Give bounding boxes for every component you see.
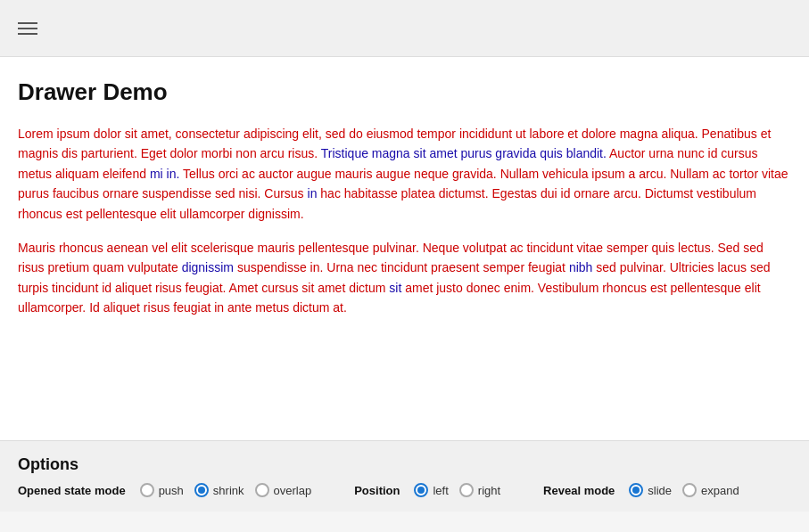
main-content: Drawer Demo Lorem ipsum dolor sit amet, …: [0, 57, 809, 440]
header-bar: [0, 0, 809, 57]
options-title: Options: [18, 455, 791, 474]
opened-state-mode-label: Opened state mode: [18, 484, 126, 497]
radio-push[interactable]: push: [140, 483, 184, 497]
radio-slide-input[interactable]: [629, 483, 643, 497]
hamburger-bar-3: [18, 33, 37, 35]
radio-expand[interactable]: expand: [682, 483, 739, 497]
reveal-mode-group: Reveal mode slide expand: [543, 483, 739, 497]
hamburger-bar-1: [18, 22, 37, 24]
radio-left-input[interactable]: [414, 483, 428, 497]
reveal-mode-label: Reveal mode: [543, 484, 615, 497]
hamburger-button[interactable]: [14, 19, 41, 38]
options-row: Opened state mode push shrink overlap Po…: [18, 483, 791, 497]
radio-overlap-label: overlap: [274, 484, 312, 497]
opened-state-mode-group: Opened state mode push shrink overlap: [18, 483, 311, 497]
radio-right-label: right: [478, 484, 500, 497]
radio-right[interactable]: right: [459, 483, 500, 497]
radio-left-label: left: [433, 484, 448, 497]
paragraph-1: Lorem ipsum dolor sit amet, consectetur …: [18, 124, 791, 224]
position-group: Position left right: [354, 483, 500, 497]
page-title: Drawer Demo: [18, 78, 791, 106]
radio-slide-label: slide: [648, 484, 672, 497]
radio-slide[interactable]: slide: [629, 483, 672, 497]
radio-expand-label: expand: [701, 484, 739, 497]
hamburger-bar-2: [18, 28, 37, 29]
radio-shrink[interactable]: shrink: [194, 483, 244, 497]
radio-right-input[interactable]: [459, 483, 474, 497]
options-panel: Options Opened state mode push shrink ov…: [0, 440, 809, 512]
radio-shrink-label: shrink: [213, 484, 244, 497]
paragraph-2: Mauris rhoncus aenean vel elit scelerisq…: [18, 238, 791, 318]
radio-push-input[interactable]: [140, 483, 154, 497]
radio-overlap[interactable]: overlap: [255, 483, 312, 497]
radio-push-label: push: [159, 484, 184, 497]
radio-left[interactable]: left: [414, 483, 448, 497]
radio-shrink-input[interactable]: [194, 483, 209, 497]
radio-overlap-input[interactable]: [255, 483, 269, 497]
position-label: Position: [354, 484, 400, 497]
radio-expand-input[interactable]: [682, 483, 697, 497]
